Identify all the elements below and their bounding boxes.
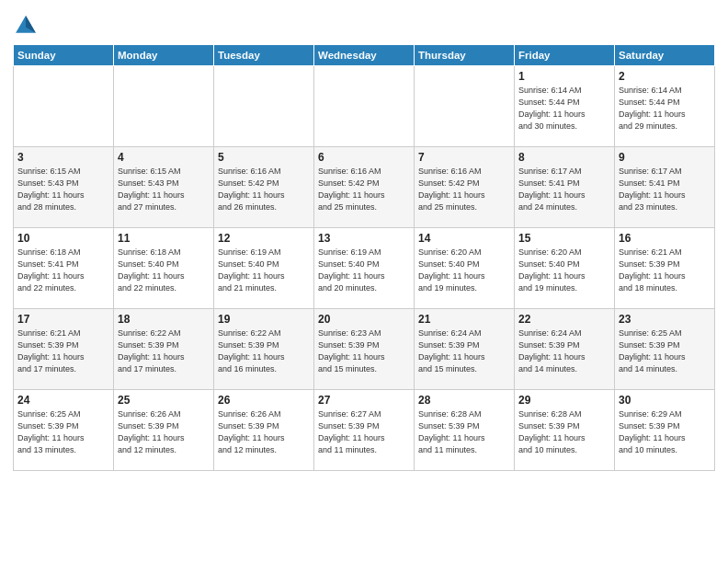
day-cell: 13Sunrise: 6:19 AM Sunset: 5:40 PM Dayli… bbox=[314, 228, 415, 309]
day-number: 1 bbox=[518, 70, 610, 83]
day-info: Sunrise: 6:17 AM Sunset: 5:41 PM Dayligh… bbox=[518, 166, 610, 213]
day-info: Sunrise: 6:29 AM Sunset: 5:39 PM Dayligh… bbox=[619, 408, 711, 456]
day-number: 23 bbox=[619, 313, 711, 326]
day-number: 2 bbox=[619, 70, 711, 83]
day-number: 25 bbox=[118, 394, 210, 407]
day-number: 29 bbox=[518, 394, 610, 407]
day-cell: 2Sunrise: 6:14 AM Sunset: 5:44 PM Daylig… bbox=[615, 66, 715, 147]
day-info: Sunrise: 6:22 AM Sunset: 5:39 PM Dayligh… bbox=[218, 327, 310, 375]
day-cell: 10Sunrise: 6:18 AM Sunset: 5:41 PM Dayli… bbox=[14, 228, 114, 309]
week-row-4: 17Sunrise: 6:21 AM Sunset: 5:39 PM Dayli… bbox=[14, 309, 715, 390]
col-header-tuesday: Tuesday bbox=[214, 45, 314, 66]
day-info: Sunrise: 6:16 AM Sunset: 5:42 PM Dayligh… bbox=[218, 166, 310, 213]
day-cell: 12Sunrise: 6:19 AM Sunset: 5:40 PM Dayli… bbox=[214, 228, 314, 309]
day-number: 22 bbox=[518, 313, 610, 326]
day-info: Sunrise: 6:22 AM Sunset: 5:39 PM Dayligh… bbox=[118, 327, 210, 375]
day-number: 18 bbox=[118, 313, 210, 326]
day-cell: 7Sunrise: 6:16 AM Sunset: 5:42 PM Daylig… bbox=[415, 147, 515, 228]
day-cell: 4Sunrise: 6:15 AM Sunset: 5:43 PM Daylig… bbox=[114, 147, 214, 228]
day-info: Sunrise: 6:20 AM Sunset: 5:40 PM Dayligh… bbox=[418, 247, 510, 294]
day-cell: 6Sunrise: 6:16 AM Sunset: 5:42 PM Daylig… bbox=[314, 147, 415, 228]
day-cell: 14Sunrise: 6:20 AM Sunset: 5:40 PM Dayli… bbox=[415, 228, 515, 309]
day-cell: 15Sunrise: 6:20 AM Sunset: 5:40 PM Dayli… bbox=[515, 228, 615, 309]
day-number: 4 bbox=[118, 151, 210, 164]
day-info: Sunrise: 6:25 AM Sunset: 5:39 PM Dayligh… bbox=[17, 408, 109, 456]
page-container: SundayMondayTuesdayWednesdayThursdayFrid… bbox=[0, 0, 728, 478]
calendar-table: SundayMondayTuesdayWednesdayThursdayFrid… bbox=[13, 44, 715, 471]
day-info: Sunrise: 6:15 AM Sunset: 5:43 PM Dayligh… bbox=[118, 166, 210, 213]
day-number: 6 bbox=[318, 151, 410, 164]
day-info: Sunrise: 6:26 AM Sunset: 5:39 PM Dayligh… bbox=[218, 408, 310, 456]
day-cell: 23Sunrise: 6:25 AM Sunset: 5:39 PM Dayli… bbox=[615, 309, 715, 390]
col-header-thursday: Thursday bbox=[415, 45, 515, 66]
day-cell bbox=[214, 66, 314, 147]
day-cell: 1Sunrise: 6:14 AM Sunset: 5:44 PM Daylig… bbox=[515, 66, 615, 147]
day-info: Sunrise: 6:21 AM Sunset: 5:39 PM Dayligh… bbox=[619, 247, 711, 294]
day-number: 20 bbox=[318, 313, 410, 326]
day-info: Sunrise: 6:16 AM Sunset: 5:42 PM Dayligh… bbox=[318, 166, 410, 213]
day-cell: 27Sunrise: 6:27 AM Sunset: 5:39 PM Dayli… bbox=[314, 390, 415, 471]
day-cell: 17Sunrise: 6:21 AM Sunset: 5:39 PM Dayli… bbox=[14, 309, 114, 390]
day-number: 16 bbox=[619, 232, 711, 245]
day-info: Sunrise: 6:28 AM Sunset: 5:39 PM Dayligh… bbox=[518, 408, 610, 456]
day-number: 15 bbox=[518, 232, 610, 245]
day-number: 21 bbox=[418, 313, 510, 326]
day-number: 3 bbox=[17, 151, 109, 164]
day-info: Sunrise: 6:25 AM Sunset: 5:39 PM Dayligh… bbox=[619, 327, 711, 375]
logo bbox=[13, 13, 42, 39]
day-cell: 19Sunrise: 6:22 AM Sunset: 5:39 PM Dayli… bbox=[214, 309, 314, 390]
col-header-saturday: Saturday bbox=[615, 45, 715, 66]
day-number: 8 bbox=[518, 151, 610, 164]
day-cell bbox=[415, 66, 515, 147]
day-cell: 28Sunrise: 6:28 AM Sunset: 5:39 PM Dayli… bbox=[415, 390, 515, 471]
day-number: 24 bbox=[17, 394, 109, 407]
day-number: 5 bbox=[218, 151, 310, 164]
day-info: Sunrise: 6:27 AM Sunset: 5:39 PM Dayligh… bbox=[318, 408, 410, 456]
day-number: 7 bbox=[418, 151, 510, 164]
day-info: Sunrise: 6:19 AM Sunset: 5:40 PM Dayligh… bbox=[318, 247, 410, 294]
day-cell: 21Sunrise: 6:24 AM Sunset: 5:39 PM Dayli… bbox=[415, 309, 515, 390]
day-info: Sunrise: 6:18 AM Sunset: 5:40 PM Dayligh… bbox=[118, 247, 210, 294]
day-info: Sunrise: 6:18 AM Sunset: 5:41 PM Dayligh… bbox=[17, 247, 109, 294]
day-info: Sunrise: 6:21 AM Sunset: 5:39 PM Dayligh… bbox=[17, 327, 109, 375]
day-number: 13 bbox=[318, 232, 410, 245]
day-number: 12 bbox=[218, 232, 310, 245]
day-cell: 3Sunrise: 6:15 AM Sunset: 5:43 PM Daylig… bbox=[14, 147, 114, 228]
week-row-5: 24Sunrise: 6:25 AM Sunset: 5:39 PM Dayli… bbox=[14, 390, 715, 471]
day-number: 14 bbox=[418, 232, 510, 245]
day-cell: 22Sunrise: 6:24 AM Sunset: 5:39 PM Dayli… bbox=[515, 309, 615, 390]
day-cell: 11Sunrise: 6:18 AM Sunset: 5:40 PM Dayli… bbox=[114, 228, 214, 309]
week-row-1: 1Sunrise: 6:14 AM Sunset: 5:44 PM Daylig… bbox=[14, 66, 715, 147]
day-number: 11 bbox=[118, 232, 210, 245]
day-info: Sunrise: 6:26 AM Sunset: 5:39 PM Dayligh… bbox=[118, 408, 210, 456]
day-cell: 5Sunrise: 6:16 AM Sunset: 5:42 PM Daylig… bbox=[214, 147, 314, 228]
day-info: Sunrise: 6:23 AM Sunset: 5:39 PM Dayligh… bbox=[318, 327, 410, 375]
week-row-2: 3Sunrise: 6:15 AM Sunset: 5:43 PM Daylig… bbox=[14, 147, 715, 228]
day-info: Sunrise: 6:28 AM Sunset: 5:39 PM Dayligh… bbox=[418, 408, 510, 456]
day-cell: 24Sunrise: 6:25 AM Sunset: 5:39 PM Dayli… bbox=[14, 390, 114, 471]
day-number: 17 bbox=[17, 313, 109, 326]
col-header-sunday: Sunday bbox=[14, 45, 114, 66]
week-row-3: 10Sunrise: 6:18 AM Sunset: 5:41 PM Dayli… bbox=[14, 228, 715, 309]
day-info: Sunrise: 6:14 AM Sunset: 5:44 PM Dayligh… bbox=[619, 85, 711, 132]
col-header-monday: Monday bbox=[114, 45, 214, 66]
day-info: Sunrise: 6:24 AM Sunset: 5:39 PM Dayligh… bbox=[418, 327, 510, 375]
day-cell: 30Sunrise: 6:29 AM Sunset: 5:39 PM Dayli… bbox=[615, 390, 715, 471]
day-cell bbox=[314, 66, 415, 147]
col-header-wednesday: Wednesday bbox=[314, 45, 415, 66]
day-cell: 18Sunrise: 6:22 AM Sunset: 5:39 PM Dayli… bbox=[114, 309, 214, 390]
page-header bbox=[13, 9, 715, 39]
day-info: Sunrise: 6:19 AM Sunset: 5:40 PM Dayligh… bbox=[218, 247, 310, 294]
header-row: SundayMondayTuesdayWednesdayThursdayFrid… bbox=[14, 45, 715, 66]
day-cell: 25Sunrise: 6:26 AM Sunset: 5:39 PM Dayli… bbox=[114, 390, 214, 471]
day-info: Sunrise: 6:20 AM Sunset: 5:40 PM Dayligh… bbox=[518, 247, 610, 294]
day-info: Sunrise: 6:16 AM Sunset: 5:42 PM Dayligh… bbox=[418, 166, 510, 213]
day-number: 27 bbox=[318, 394, 410, 407]
day-cell: 20Sunrise: 6:23 AM Sunset: 5:39 PM Dayli… bbox=[314, 309, 415, 390]
day-cell: 26Sunrise: 6:26 AM Sunset: 5:39 PM Dayli… bbox=[214, 390, 314, 471]
day-cell bbox=[114, 66, 214, 147]
day-number: 26 bbox=[218, 394, 310, 407]
day-cell: 8Sunrise: 6:17 AM Sunset: 5:41 PM Daylig… bbox=[515, 147, 615, 228]
day-info: Sunrise: 6:14 AM Sunset: 5:44 PM Dayligh… bbox=[518, 85, 610, 132]
logo-icon bbox=[13, 13, 39, 39]
